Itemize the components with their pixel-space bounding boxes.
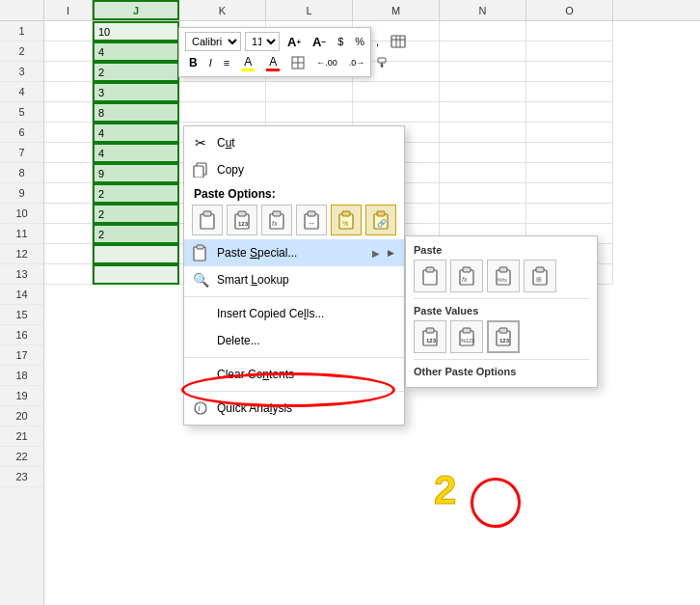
cell-n4[interactable] bbox=[440, 82, 526, 102]
row-num-2[interactable]: 2 bbox=[0, 41, 43, 62]
cell-j11[interactable]: 2 bbox=[93, 224, 179, 244]
cell-k5[interactable] bbox=[179, 102, 266, 123]
row-num-23[interactable]: 23 bbox=[0, 467, 43, 487]
cell-m4[interactable] bbox=[353, 82, 440, 102]
row-num-21[interactable]: 21 bbox=[0, 426, 43, 447]
cell-j12[interactable] bbox=[93, 244, 179, 264]
ctx-smart-lookup[interactable]: 🔍 Smart Lookup bbox=[184, 266, 404, 293]
cell-l4[interactable] bbox=[266, 82, 353, 102]
row-num-8[interactable]: 8 bbox=[0, 163, 43, 183]
cell-k4[interactable] bbox=[179, 82, 266, 102]
cell-o9[interactable] bbox=[526, 183, 613, 204]
cell-o4[interactable] bbox=[526, 82, 613, 102]
ctx-insert-copied[interactable]: Insert Copied Cells... bbox=[184, 300, 404, 327]
row-num-20[interactable]: 20 bbox=[0, 406, 43, 426]
cell-j5[interactable]: 8 bbox=[93, 102, 179, 123]
cell-o8[interactable] bbox=[526, 163, 613, 183]
paste-icon-plain[interactable] bbox=[192, 205, 223, 235]
cell-o3[interactable] bbox=[526, 62, 613, 82]
col-header-o[interactable]: O bbox=[526, 0, 613, 20]
cell-o1[interactable] bbox=[526, 21, 613, 41]
row-num-5[interactable]: 5 bbox=[0, 102, 43, 123]
sub-paste-plain[interactable] bbox=[414, 260, 446, 292]
percent-btn[interactable]: % bbox=[351, 32, 368, 51]
cell-l5[interactable] bbox=[266, 102, 353, 123]
font-size-selector[interactable]: 11 bbox=[245, 32, 280, 51]
paste-icon-formula[interactable]: fx bbox=[261, 205, 292, 235]
ctx-quick-analysis[interactable]: i Quick Analysis bbox=[184, 395, 404, 422]
cell-i8[interactable] bbox=[44, 163, 93, 183]
highlight-color-btn[interactable]: A bbox=[237, 53, 258, 72]
cell-i4[interactable] bbox=[44, 82, 93, 102]
sub-paste-values-format[interactable]: %123 bbox=[450, 320, 483, 353]
cell-n7[interactable] bbox=[440, 143, 526, 163]
cell-j7[interactable]: 4 bbox=[93, 143, 179, 163]
sub-paste-formula[interactable]: fx bbox=[450, 260, 483, 292]
cell-o2[interactable] bbox=[526, 41, 613, 62]
font-color-btn[interactable]: A bbox=[262, 53, 283, 72]
italic-btn[interactable]: I bbox=[205, 53, 216, 72]
cell-n1[interactable] bbox=[440, 21, 526, 41]
row-num-17[interactable]: 17 bbox=[0, 345, 43, 366]
cell-j2[interactable]: 4 bbox=[93, 41, 179, 62]
cell-n6[interactable] bbox=[440, 123, 526, 143]
row-num-7[interactable]: 7 bbox=[0, 143, 43, 163]
cell-i7[interactable] bbox=[44, 143, 93, 163]
cell-j13[interactable] bbox=[93, 264, 179, 285]
sub-paste-values-merge[interactable]: 123 bbox=[487, 320, 520, 353]
align-btn[interactable]: ≡ bbox=[220, 53, 233, 72]
increase-font-btn[interactable]: A+ bbox=[283, 32, 305, 51]
row-num-19[interactable]: 19 bbox=[0, 386, 43, 406]
cell-m5[interactable] bbox=[353, 102, 440, 123]
cell-n3[interactable] bbox=[440, 62, 526, 82]
cell-n5[interactable] bbox=[440, 102, 526, 123]
cell-j9[interactable]: 2 bbox=[93, 183, 179, 204]
paint-format-btn[interactable] bbox=[372, 53, 393, 72]
paste-icon-transpose[interactable]: ↔ bbox=[296, 205, 327, 235]
cell-n9[interactable] bbox=[440, 183, 526, 204]
increase-decimal-btn[interactable]: .0→ bbox=[345, 53, 369, 72]
cell-j3[interactable]: 2 bbox=[93, 62, 179, 82]
font-selector[interactable]: Calibri bbox=[185, 32, 241, 51]
paste-icon-format[interactable]: % bbox=[331, 205, 362, 235]
ctx-clear-contents[interactable]: Clear Contents bbox=[184, 361, 404, 388]
row-num-18[interactable]: 18 bbox=[0, 366, 43, 386]
cell-i9[interactable] bbox=[44, 183, 93, 204]
cell-i10[interactable] bbox=[44, 204, 93, 224]
comma-btn[interactable]: , bbox=[372, 32, 383, 51]
row-num-3[interactable]: 3 bbox=[0, 62, 43, 82]
cell-j6[interactable]: 4 bbox=[93, 123, 179, 143]
borders-btn[interactable] bbox=[287, 53, 309, 72]
row-num-16[interactable]: 16 bbox=[0, 325, 43, 345]
cell-i6[interactable] bbox=[44, 123, 93, 143]
row-num-6[interactable]: 6 bbox=[0, 123, 43, 143]
cell-o6[interactable] bbox=[526, 123, 613, 143]
row-num-10[interactable]: 10 bbox=[0, 204, 43, 224]
row-num-4[interactable]: 4 bbox=[0, 82, 43, 102]
decrease-decimal-btn[interactable]: ←.00 bbox=[312, 53, 341, 72]
row-num-15[interactable]: 15 bbox=[0, 305, 43, 325]
cell-j4[interactable]: 3 bbox=[93, 82, 179, 102]
cell-i11[interactable] bbox=[44, 224, 93, 244]
col-header-l[interactable]: L bbox=[266, 0, 353, 20]
bold-btn[interactable]: B bbox=[185, 53, 202, 72]
cell-j1[interactable]: 10 bbox=[93, 21, 179, 41]
cell-n2[interactable] bbox=[440, 41, 526, 62]
cell-n8[interactable] bbox=[440, 163, 526, 183]
ctx-delete[interactable]: Delete... bbox=[184, 327, 404, 354]
cell-j10[interactable]: 2 bbox=[93, 204, 179, 224]
cell-n10[interactable] bbox=[440, 204, 526, 224]
sub-paste-values[interactable]: 123 bbox=[414, 320, 446, 353]
row-num-14[interactable]: 14 bbox=[0, 285, 43, 305]
col-header-i[interactable]: I bbox=[44, 0, 93, 20]
cell-o7[interactable] bbox=[526, 143, 613, 163]
col-header-m[interactable]: M bbox=[353, 0, 440, 20]
paste-icon-123[interactable]: 123 bbox=[227, 205, 257, 235]
table-btn[interactable] bbox=[387, 32, 410, 51]
cell-i1[interactable] bbox=[44, 21, 93, 41]
cell-i13[interactable] bbox=[44, 264, 93, 285]
cell-i2[interactable] bbox=[44, 41, 93, 62]
cell-i5[interactable] bbox=[44, 102, 93, 123]
cell-o5[interactable] bbox=[526, 102, 613, 123]
dollar-btn[interactable]: $ bbox=[334, 32, 347, 51]
